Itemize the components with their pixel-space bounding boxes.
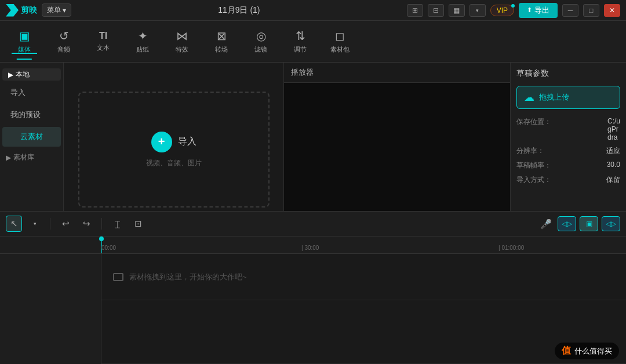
vip-label: VIP (497, 6, 508, 14)
track-main-button[interactable]: ▣ (580, 216, 598, 231)
microphone-button[interactable]: 🎤 (538, 216, 554, 232)
import-plus-button[interactable]: + (151, 132, 172, 152)
app-name: 剪映 (21, 5, 37, 16)
import-drop-zone[interactable]: + 导入 视频、音频、图片 (78, 92, 270, 208)
display-toggle-button[interactable]: ▦ (449, 4, 465, 17)
sticker-label: 贴纸 (136, 45, 149, 54)
tool-media[interactable]: ▣ 媒体 (12, 29, 37, 54)
media-area: + 导入 视频、音频、图片 (64, 63, 284, 236)
local-arrow: ▶ (8, 71, 13, 79)
titlebar-left: 剪映 菜单 ▾ (6, 3, 71, 17)
delete-button[interactable]: ⊡ (130, 216, 146, 232)
playhead-handle (99, 236, 104, 241)
tool-materials[interactable]: ◻ 素材包 (327, 29, 352, 54)
undo-button[interactable]: ↩ (57, 216, 74, 232)
maximize-button[interactable]: □ (583, 4, 599, 17)
param-resolution: 分辨率： 适应 (516, 146, 620, 156)
param-save-location: 保存位置： C:/ugPrdra (516, 117, 620, 141)
logo-icon (6, 4, 19, 17)
tool-audio[interactable]: ↺ 音频 (51, 29, 77, 54)
audio-icon: ↺ (59, 29, 69, 43)
ruler-mark-0: 00:00 (101, 245, 116, 251)
param-framerate: 草稿帧率： 30.0 (516, 161, 620, 170)
library-arrow: ▶ (6, 154, 11, 162)
separator-2 (101, 218, 102, 230)
sidebar-item-cloud[interactable]: 云素材 (2, 127, 61, 147)
redo-button[interactable]: ↪ (78, 216, 94, 232)
menu-label: 菜单 (47, 5, 61, 15)
active-indicator (12, 53, 37, 54)
minimize-button[interactable]: ─ (562, 4, 578, 17)
track-audio-button[interactable]: ◁▷ (602, 216, 620, 231)
sticker-icon: ✦ (138, 29, 148, 43)
transition-label: 转场 (215, 45, 228, 54)
close-button[interactable]: ✕ (604, 4, 620, 17)
right-panel: 草稿参数 ☁ 拖拽上传 保存位置： C:/ugPrdra 分辨率： 适应 草稿帧… (510, 63, 626, 236)
ruler-mark-60: | 01:00:00 (498, 245, 524, 251)
titlebar-right: ⊞ ⊟ ▦ ▾ VIP ⬆ 导出 ─ □ ✕ (407, 3, 620, 18)
timeline-track-area: 素材拖拽到这里，开始你的大作吧~ (0, 254, 626, 364)
adjust-icon: ⇅ (296, 29, 305, 43)
param-import-mode: 导入方式： 保留 (516, 175, 620, 185)
layout-toggle-button[interactable]: ⊞ (407, 4, 423, 17)
materials-label: 素材包 (330, 45, 350, 54)
sidebar-item-local[interactable]: ▶ 本地 (2, 68, 61, 81)
app-logo: 剪映 (6, 4, 37, 17)
sidebar-item-library[interactable]: ▶ 素材库 (0, 151, 63, 163)
menu-button[interactable]: 菜单 ▾ (42, 3, 71, 17)
select-arrow[interactable]: ▾ (27, 216, 43, 232)
text-icon: TI (99, 31, 107, 41)
tool-sticker[interactable]: ✦ 贴纸 (130, 29, 155, 54)
export-button[interactable]: ⬆ 导出 (519, 3, 558, 18)
tool-transition[interactable]: ⊠ 转场 (209, 29, 234, 54)
timeline-ruler: 00:00 | 30:00 | 01:00:00 (0, 236, 626, 254)
separator-1 (50, 218, 50, 230)
cloud-upload-button[interactable]: ☁ 拖拽上传 (516, 86, 620, 109)
sidebar-item-presets[interactable]: 我的预设 (2, 105, 61, 125)
presets-label: 我的预设 (10, 110, 41, 119)
import-mode-label: 导入方式： (516, 175, 551, 185)
resolution-label: 分辨率： (516, 146, 544, 156)
titlebar: 剪映 菜单 ▾ 11月9日 (1) ⊞ ⊟ ▦ ▾ VIP ⬆ 导出 ─ □ ✕ (0, 0, 626, 21)
select-tool-button[interactable]: ↖ (6, 216, 22, 232)
filter-icon: ◎ (256, 29, 266, 43)
track-placeholder-text: 素材拖拽到这里，开始你的大作吧~ (129, 272, 247, 282)
effects-label: 特效 (176, 45, 188, 54)
track-video-button[interactable]: ◁▷ (558, 216, 576, 231)
select-icon: ↖ (10, 219, 18, 229)
panel-title: 草稿参数 (516, 68, 620, 79)
tool-filter[interactable]: ◎ 滤镜 (248, 29, 274, 54)
tool-text[interactable]: TI 文本 (90, 31, 116, 52)
media-icon: ▣ (19, 29, 30, 43)
main-toolbar: ▣ 媒体 ↺ 音频 TI 文本 ✦ 贴纸 ⋈ 特效 ⊠ 转场 ◎ 滤镜 ⇅ 调节… (0, 21, 626, 63)
sidebar: ▶ 本地 导入 我的预设 云素材 ▶ 素材库 (0, 63, 64, 236)
window-title: 11月9日 (1) (218, 5, 260, 16)
cloud-icon: ☁ (524, 91, 534, 104)
player-area: 播放器 00:00:00:00 / 00:00:00:00 图库 ▶ 4K 适应… (284, 63, 510, 236)
ruler-mark-30: | 30:00 (301, 245, 319, 251)
track-labels (0, 254, 101, 364)
timeline: 00:00 | 30:00 | 01:00:00 素材拖拽到这里，开始你的大作吧… (0, 236, 626, 364)
watermark-icon: 值 (562, 345, 571, 357)
multi-window-button[interactable]: ⊟ (428, 4, 444, 17)
vip-button[interactable]: VIP (490, 5, 514, 16)
player-title: 播放器 (284, 63, 510, 83)
tool-adjust[interactable]: ⇅ 调节 (287, 29, 313, 54)
import-label: 导入 (178, 136, 196, 148)
split-button[interactable]: ⌶ (109, 216, 125, 232)
resolution-value: 适应 (606, 146, 620, 156)
watermark: 值 什么值得买 (555, 343, 619, 359)
framerate-value: 30.0 (607, 161, 620, 170)
adjust-label: 调节 (294, 45, 307, 54)
tool-effects[interactable]: ⋈ 特效 (169, 29, 195, 54)
track-content: 素材拖拽到这里，开始你的大作吧~ (101, 254, 626, 364)
track-placeholder: 素材拖拽到这里，开始你的大作吧~ (113, 272, 247, 282)
save-location-value: C:/ugPrdra (607, 117, 620, 141)
sidebar-item-import[interactable]: 导入 (2, 83, 61, 103)
materials-icon: ◻ (335, 29, 345, 43)
filter-label: 滤镜 (254, 45, 267, 54)
cloud-upload-label: 拖拽上传 (539, 92, 569, 103)
watermark-text: 什么值得买 (574, 346, 612, 356)
export-icon: ⬆ (527, 6, 532, 14)
display-arrow[interactable]: ▾ (470, 4, 486, 17)
